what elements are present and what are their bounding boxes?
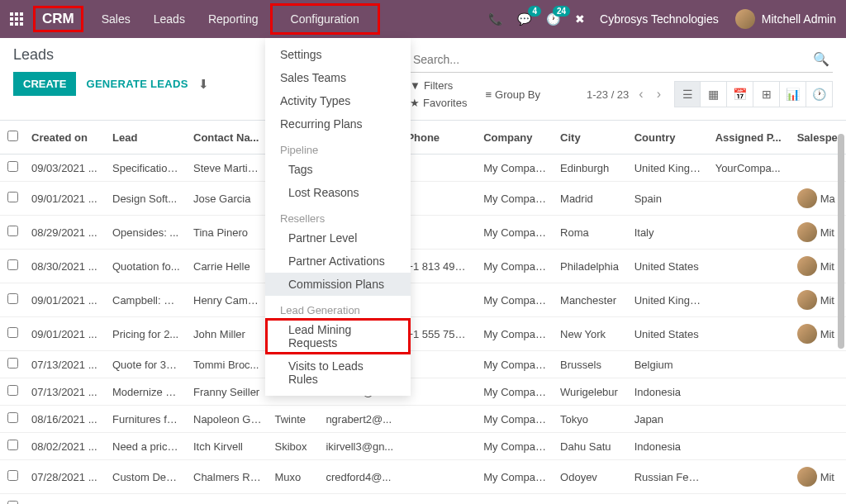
cell: Custom Des... [106,460,187,494]
view-pivot[interactable]: ⊞ [753,81,780,107]
table-row[interactable]: 07/28/2021 ...Custom Des...Chalmers Re..… [0,460,846,494]
row-checkbox[interactable] [7,501,18,504]
dropdown-item[interactable]: Recurring Plans [265,112,411,136]
dropdown-item[interactable]: Partner Activations [265,250,411,273]
cell: United Kingd... [628,155,709,182]
cell [709,406,791,433]
view-graph[interactable]: 📊 [780,81,806,107]
filters-dropdown[interactable]: ▼ Filters [410,79,467,92]
cell: Dahu Satu [554,433,628,460]
table-row[interactable]: 08/30/2021 ...Quotation fo...Carrie Hell… [0,250,846,283]
chat-icon[interactable]: 💬4 [517,12,531,26]
row-checkbox[interactable] [7,293,18,304]
pager-next[interactable]: › [654,83,664,105]
row-checkbox[interactable] [7,358,18,368]
groupby-dropdown[interactable]: ≡ Group By [485,88,540,101]
favorites-dropdown[interactable]: ★ Favorites [410,97,467,109]
view-kanban[interactable]: ▦ [701,81,727,107]
cell: Tokyo [554,406,628,433]
phone-icon[interactable]: 📞 [488,12,502,26]
column-header[interactable]: Created on [25,121,106,155]
row-checkbox[interactable] [7,470,18,481]
cell: YourCompa... [709,155,791,182]
avatar-icon [797,222,817,242]
view-activity[interactable]: 🕐 [806,81,833,107]
table-row[interactable]: 08/02/2021 ...Need a price...Itch Kirvel… [0,433,846,460]
search-icon[interactable]: 🔍 [813,51,829,67]
cell: John Miller [187,317,268,351]
column-header[interactable]: Company [477,121,554,155]
dropdown-item[interactable]: Lost Reasons [265,181,411,204]
row-checkbox[interactable] [7,440,18,450]
user-menu[interactable]: Mitchell Admin [735,9,836,29]
chat-badge: 4 [528,6,541,17]
import-button[interactable]: ⬇ [198,77,209,92]
cell: My Compan... [477,317,554,351]
row-checkbox[interactable] [7,385,18,396]
column-header[interactable]: Phone [400,121,477,155]
dropdown-item[interactable]: Lead Mining Requests [265,318,411,354]
view-calendar[interactable]: 📅 [727,81,753,107]
dropdown-item[interactable]: Settings [265,43,411,66]
dropdown-item: Resellers [265,207,411,226]
configuration-dropdown: SettingsSales TeamsActivity TypesRecurri… [265,38,411,396]
cell: Henry Camp... [187,283,268,317]
dropdown-item: Lead Generation [265,299,411,318]
nav-leads[interactable]: Leads [142,2,197,36]
dropdown-item[interactable]: Commission Plans [265,273,411,296]
row-checkbox[interactable] [7,327,18,338]
cell: +1 813 494 ... [400,250,477,283]
dropdown-item[interactable]: Tags [265,158,411,181]
leads-table: Created onLeadContact Na...PhoneCompanyC… [0,121,846,504]
cell: Itch Kirvell [187,433,268,460]
dropdown-item[interactable]: Visits to Leads Rules [265,354,411,391]
table-row[interactable]: 09/03/2021 ...Specification...Steve Mart… [0,155,846,182]
row-checkbox[interactable] [7,412,18,423]
table-row[interactable]: 07/13/2021 ...Modernize ol...Franny Seil… [0,378,846,406]
company-selector[interactable]: Cybrosys Technologies [600,12,719,26]
brand[interactable]: CRM [33,6,83,32]
table-row[interactable]: 08/29/2021 ...Opensides: ...Tina PineroM… [0,216,846,250]
row-checkbox[interactable] [7,161,18,172]
activities-badge: 24 [553,6,570,17]
select-all-checkbox[interactable] [7,131,18,141]
cell [709,494,791,505]
activities-icon[interactable]: 🕐24 [546,12,560,26]
table-row[interactable]: 07/13/2021 ...Quote for 35 ...Tommi Broc… [0,351,846,378]
dropdown-item[interactable]: Partner Level [265,226,411,250]
column-header[interactable]: Contact Na... [187,121,268,155]
nav-reporting[interactable]: Reporting [197,2,270,36]
column-header[interactable]: City [554,121,628,155]
dropdown-item[interactable]: Sales Teams [265,66,411,89]
settings-icon[interactable]: ✖ [575,12,585,26]
view-list[interactable]: ☰ [674,81,701,107]
table-row[interactable]: 09/01/2021 ...Design Soft...Jose GarciaM… [0,182,846,216]
cell: Japan [628,406,709,433]
column-header[interactable]: Assigned P... [709,121,791,155]
cell: Belgium [628,351,709,378]
cell: 06/15/2021 ... [25,494,106,505]
generate-leads-button[interactable]: GENERATE LEADS [86,78,188,90]
pager-prev[interactable]: ‹ [635,83,646,105]
table-row[interactable]: 09/01/2021 ...Pricing for 2...John Mille… [0,317,846,351]
table-row[interactable]: 08/16/2021 ...Furnitures fo...Napoleon G… [0,406,846,433]
nav-sales[interactable]: Sales [90,2,142,36]
column-header[interactable]: Country [628,121,709,155]
cell: Quotation fo... [106,250,187,283]
table-row[interactable]: 09/01/2021 ...Campbell: C...Henry Camp..… [0,283,846,317]
cell: My Compan... [477,494,554,505]
create-button[interactable]: CREATE [13,72,76,96]
search-input[interactable] [413,53,813,66]
scrollbar[interactable] [838,134,844,349]
apps-icon[interactable] [10,12,23,26]
row-checkbox[interactable] [7,259,18,270]
cell: Roma [554,216,628,250]
row-checkbox[interactable] [7,192,18,202]
cell: 07/28/2021 ... [25,460,106,494]
dropdown-item[interactable]: Activity Types [265,89,411,112]
nav-configuration[interactable]: Configuration [270,3,380,35]
column-header[interactable]: Lead [106,121,187,155]
avatar-icon [797,290,817,310]
row-checkbox[interactable] [7,226,18,236]
table-row[interactable]: 06/15/2021 ...Cleaning sub...Elmo Espina… [0,494,846,505]
